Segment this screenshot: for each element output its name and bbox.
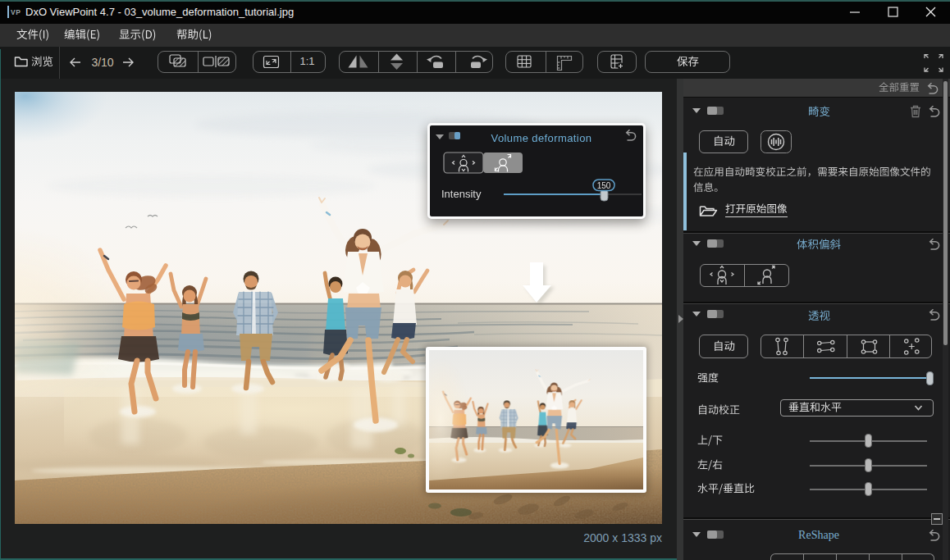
svg-text:150: 150 [597,181,611,190]
svg-text:Intensity: Intensity [441,188,482,200]
svg-text:Volume deformation: Volume deformation [491,132,592,144]
